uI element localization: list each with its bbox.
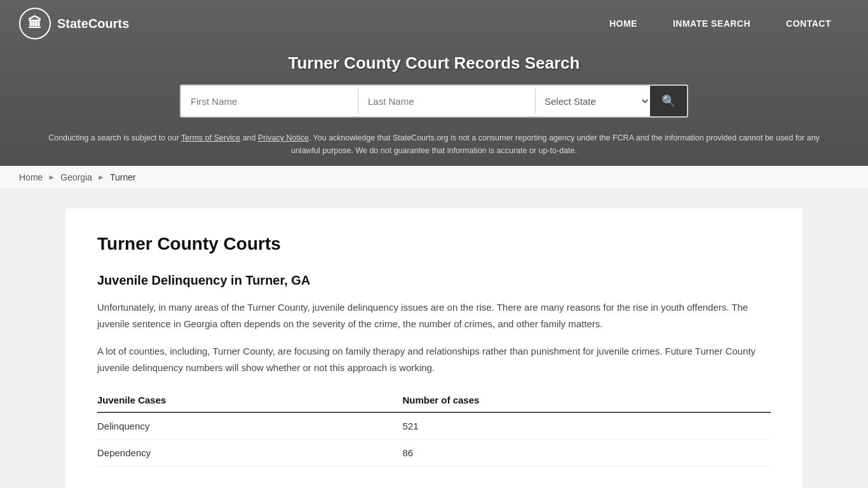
disclaimer-text-after: . You acknowledge that StateCourts.org i… xyxy=(291,133,820,155)
site-header: 🏛 StateCourts HOME INMATE SEARCH CONTACT… xyxy=(0,0,868,166)
paragraph-2: A lot of counties, including, Turner Cou… xyxy=(97,343,771,376)
logo-icon: 🏛 xyxy=(19,8,51,39)
case-type-cell: Delinquency xyxy=(97,412,384,440)
breadcrumb-home[interactable]: Home xyxy=(19,172,43,182)
paragraph-1: Unfortunately, in many areas of the Turn… xyxy=(97,299,771,332)
search-icon: 🔍 xyxy=(661,94,675,108)
col-header-case-type: Juvenile Cases xyxy=(97,388,384,412)
case-count-cell: 521 xyxy=(384,412,771,440)
search-form: Select State AlabamaAlaskaArizonaArkansa… xyxy=(180,85,688,118)
first-name-input[interactable] xyxy=(181,88,358,114)
disclaimer-text-middle: and xyxy=(240,133,258,142)
breadcrumb-sep-1: ► xyxy=(48,173,55,182)
breadcrumb-current: Turner xyxy=(110,172,136,182)
nav-inmate-search[interactable]: INMATE SEARCH xyxy=(655,12,768,35)
table-row: Dependency86 xyxy=(97,440,771,466)
tos-link[interactable]: Terms of Service xyxy=(181,133,240,142)
search-button[interactable]: 🔍 xyxy=(650,86,687,116)
last-name-input[interactable] xyxy=(358,88,535,114)
table-row: Delinquency521 xyxy=(97,412,771,440)
col-header-count: Number of cases xyxy=(384,388,771,412)
logo-text: StateCourts xyxy=(57,17,129,31)
nav-links: HOME INMATE SEARCH CONTACT xyxy=(592,12,849,35)
nav-bar: 🏛 StateCourts HOME INMATE SEARCH CONTACT xyxy=(0,0,868,47)
page-title: Turner County Court Records Search xyxy=(13,53,855,73)
subsection-title: Juvenile Delinquency in Turner, GA xyxy=(97,273,771,288)
disclaimer-text-before: Conducting a search is subject to our xyxy=(48,133,181,142)
table-header-row: Juvenile Cases Number of cases xyxy=(97,388,771,412)
breadcrumb: Home ► Georgia ► Turner xyxy=(0,166,868,189)
juvenile-cases-table: Juvenile Cases Number of cases Delinquen… xyxy=(97,388,771,466)
nav-contact[interactable]: CONTACT xyxy=(768,12,849,35)
disclaimer: Conducting a search is subject to our Te… xyxy=(0,126,868,166)
state-select[interactable]: Select State AlabamaAlaskaArizonaArkansa… xyxy=(536,88,650,115)
page-title-area: Turner County Court Records Search xyxy=(0,47,868,85)
site-logo[interactable]: 🏛 StateCourts xyxy=(19,8,129,39)
main-content: Turner County Courts Juvenile Delinquenc… xyxy=(65,208,803,488)
breadcrumb-georgia[interactable]: Georgia xyxy=(60,172,92,182)
case-count-cell: 86 xyxy=(384,440,771,466)
content-title: Turner County Courts xyxy=(97,234,771,254)
search-bar: Select State AlabamaAlaskaArizonaArkansa… xyxy=(0,85,868,126)
case-type-cell: Dependency xyxy=(97,440,384,466)
breadcrumb-sep-2: ► xyxy=(97,173,105,182)
privacy-link[interactable]: Privacy Notice xyxy=(258,133,309,142)
nav-home[interactable]: HOME xyxy=(592,12,655,35)
